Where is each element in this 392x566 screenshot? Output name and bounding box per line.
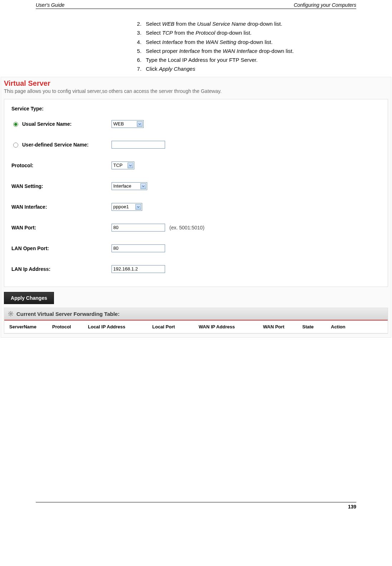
forwarding-table-columns: ServerName Protocol Local IP Address Loc… (4, 321, 388, 333)
virtual-server-panel: Virtual Server This page allows you to c… (1, 77, 391, 338)
user-defined-service-radio[interactable] (13, 143, 18, 148)
instruction-step: Type the Local IP Address for your FTP S… (143, 56, 356, 64)
col-local-port: Local Port (152, 324, 199, 329)
wan-port-hint: (ex. 5001:5010) (169, 225, 204, 230)
usual-service-select[interactable]: WEB (111, 120, 144, 128)
header-left: User's Guide (36, 2, 64, 8)
forwarding-table: Current Virtual Server Forwarding Table:… (4, 308, 388, 334)
svg-line-5 (9, 312, 10, 313)
lan-open-port-input[interactable] (111, 244, 165, 252)
col-servername: ServerName (9, 324, 52, 329)
wan-port-input[interactable] (111, 224, 165, 232)
gear-icon (8, 311, 14, 317)
svg-point-0 (10, 313, 11, 314)
wan-setting-select[interactable]: Interface (111, 182, 147, 190)
col-wan-ip: WAN IP Address (199, 324, 263, 329)
chevron-down-icon (135, 204, 141, 210)
usual-service-value: WEB (113, 121, 135, 126)
col-state: State (302, 324, 331, 329)
chevron-down-icon (140, 183, 146, 189)
page-number: 139 (348, 504, 356, 510)
instruction-step: Select proper Interface from the WAN Int… (143, 47, 356, 55)
wan-port-label: WAN Port: (11, 225, 111, 230)
lan-ip-label: LAN Ip Address: (11, 266, 111, 272)
apply-changes-button[interactable]: Apply Changes (4, 292, 54, 304)
chevron-down-icon (128, 163, 133, 168)
virtual-server-heading: Virtual Server (1, 77, 391, 88)
lan-open-port-label: LAN Open Port: (11, 245, 111, 251)
header-right: Configuring your Computers (294, 2, 356, 8)
wan-interface-label: WAN Interface: (11, 204, 111, 210)
forwarding-table-header: Current Virtual Server Forwarding Table: (4, 308, 388, 321)
instruction-step: Click Apply Changes (143, 65, 356, 73)
col-action: Action (331, 324, 356, 329)
wan-interface-value: pppoe1 (113, 204, 133, 209)
wan-setting-label: WAN Setting: (11, 183, 111, 189)
protocol-select[interactable]: TCP (111, 162, 134, 169)
instruction-step: Select WEB from the Usual Service Name d… (143, 20, 356, 28)
protocol-label: Protocol: (11, 163, 111, 168)
lan-ip-input[interactable] (111, 265, 165, 273)
virtual-server-description: This page allows you to config virtual s… (1, 88, 391, 97)
usual-service-radio[interactable] (13, 122, 18, 127)
page-header: User's Guide Configuring your Computers (36, 0, 356, 9)
protocol-value: TCP (113, 163, 125, 168)
service-type-form: Service Type: Usual Service Name: WEB Us… (4, 99, 388, 287)
service-type-heading: Service Type: (11, 106, 111, 111)
svg-line-8 (12, 312, 13, 313)
svg-line-7 (9, 315, 10, 316)
instruction-step: Select TCP from the Protocol drop-down l… (143, 29, 356, 37)
chevron-down-icon (137, 121, 143, 127)
col-wan-port: WAN Port (263, 324, 302, 329)
user-defined-service-input[interactable] (111, 141, 165, 149)
svg-line-6 (12, 315, 13, 316)
user-defined-service-label: User-defined Service Name: (22, 142, 89, 148)
instruction-list: Select WEB from the Usual Service Name d… (129, 20, 356, 73)
col-local-ip: Local IP Address (88, 324, 152, 329)
wan-setting-value: Interface (113, 183, 138, 189)
col-protocol: Protocol (52, 324, 88, 329)
usual-service-label: Usual Service Name: (22, 121, 72, 127)
instruction-step: Select Interface from the WAN Setting dr… (143, 38, 356, 46)
forwarding-table-title: Current Virtual Server Forwarding Table: (16, 311, 120, 317)
wan-interface-select[interactable]: pppoe1 (111, 203, 142, 211)
page-footer: 139 (36, 502, 356, 517)
